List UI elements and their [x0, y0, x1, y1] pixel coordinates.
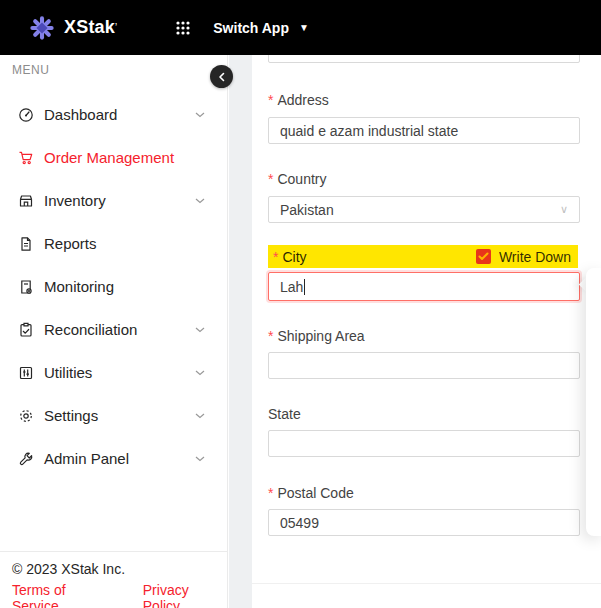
city-value: Lah — [280, 279, 303, 295]
brand-trademark: ʼ — [115, 22, 117, 33]
monitoring-icon — [18, 279, 34, 295]
sidebar-item-reports[interactable]: Reports — [0, 222, 227, 265]
chevron-down-icon — [195, 198, 205, 204]
sidebar-item-label: Reports — [44, 235, 205, 252]
sidebar-footer: © 2023 XStak Inc. Terms of Service Priva… — [0, 551, 227, 608]
switch-app-button[interactable]: Switch App — [213, 20, 289, 36]
sidebar-item-admin-panel[interactable]: Admin Panel — [0, 437, 227, 480]
sidebar-item-reconciliation[interactable]: Reconciliation — [0, 308, 227, 351]
copyright-text: © 2023 XStak Inc. — [12, 561, 227, 577]
state-input[interactable] — [268, 430, 580, 457]
panel-footer-divider — [252, 583, 601, 584]
report-icon — [18, 236, 34, 252]
sidebar-item-settings[interactable]: Settings — [0, 394, 227, 437]
sidebar-menu: Dashboard Order Management Inventory — [0, 93, 227, 480]
required-marker: * — [268, 92, 273, 108]
sidebar-item-inventory[interactable]: Inventory — [0, 179, 227, 222]
layout-gutter — [229, 55, 252, 608]
sidebar-item-utilities[interactable]: Utilities — [0, 351, 227, 394]
required-marker: * — [268, 485, 273, 501]
city-label: *City — [273, 249, 307, 265]
city-input[interactable]: Lah — [268, 272, 580, 301]
sidebar: MENU Dashboard Order Management — [0, 55, 228, 608]
sidebar-item-label: Admin Panel — [44, 450, 195, 467]
address-form-panel: test account *Address quaid e azam indus… — [252, 55, 601, 608]
country-value: Pakistan — [280, 202, 334, 218]
xstak-logo-icon — [28, 14, 56, 42]
required-marker: * — [268, 328, 273, 344]
privacy-policy-link[interactable]: Privacy Policy — [143, 582, 227, 608]
store-icon — [18, 193, 34, 209]
menu-section-label: MENU — [12, 63, 49, 77]
shipping-area-input[interactable] — [268, 352, 580, 379]
chevron-down-icon — [195, 413, 205, 419]
chevron-down-icon — [195, 456, 205, 462]
wrench-icon — [18, 451, 34, 467]
sidebar-item-label: Monitoring — [44, 278, 205, 295]
sidebar-item-dashboard[interactable]: Dashboard — [0, 93, 227, 136]
text-cursor — [304, 279, 305, 295]
chevron-down-icon — [195, 370, 205, 376]
cart-icon — [18, 150, 34, 166]
sidebar-item-order-management[interactable]: Order Management — [0, 136, 227, 179]
required-marker: * — [273, 249, 278, 265]
postal-code-label: *Postal Code — [268, 485, 354, 501]
sidebar-item-label: Utilities — [44, 364, 195, 381]
gear-icon — [18, 408, 34, 424]
sidebar-item-label: Order Management — [44, 149, 205, 166]
sidebar-item-label: Settings — [44, 407, 195, 424]
terms-of-service-link[interactable]: Terms of Service — [12, 582, 113, 608]
switch-app-caret-icon[interactable]: ▼ — [299, 22, 309, 33]
city-suggestions-popover[interactable] — [586, 268, 601, 536]
brand-name: XStak — [64, 17, 115, 38]
city-label-highlight-row: *City Write Down — [268, 245, 578, 268]
address-label: *Address — [268, 92, 329, 108]
country-select[interactable]: Pakistan ∨ — [268, 196, 580, 223]
brand-logo[interactable]: XStak ʼ — [28, 14, 117, 42]
sidebar-item-monitoring[interactable]: Monitoring — [0, 265, 227, 308]
sidebar-item-label: Dashboard — [44, 106, 195, 123]
sliders-icon — [18, 365, 34, 381]
chevron-down-icon — [195, 327, 205, 333]
chevron-down-icon — [195, 112, 205, 118]
sidebar-item-label: Reconciliation — [44, 321, 195, 338]
select-chevron-icon: ∨ — [560, 203, 568, 216]
dashboard-icon — [18, 107, 34, 123]
clipboard-icon — [18, 322, 34, 338]
apps-grid-icon[interactable] — [175, 20, 191, 36]
address-value: quaid e azam industrial state — [280, 123, 458, 139]
required-marker: * — [268, 171, 273, 187]
country-label: *Country — [268, 171, 326, 187]
sidebar-collapse-button[interactable] — [210, 65, 233, 88]
state-label: State — [268, 406, 301, 422]
shipping-area-label: *Shipping Area — [268, 328, 365, 344]
address-input[interactable]: quaid e azam industrial state — [268, 117, 580, 144]
postal-code-value: 05499 — [280, 515, 319, 531]
sidebar-item-label: Inventory — [44, 192, 195, 209]
write-down-label[interactable]: Write Down — [499, 249, 571, 265]
postal-code-input[interactable]: 05499 — [268, 509, 580, 536]
app-header: XStak ʼ Switch App ▼ — [0, 0, 601, 55]
write-down-checkbox[interactable] — [476, 249, 491, 264]
